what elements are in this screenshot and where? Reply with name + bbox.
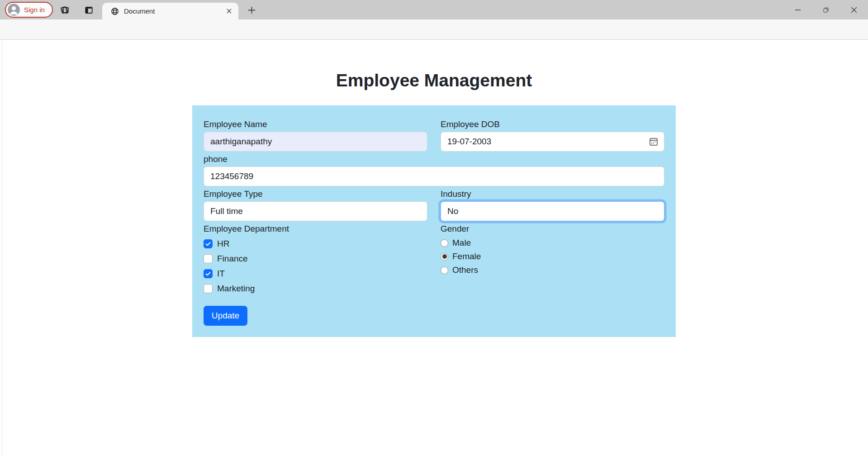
marketing-checkbox[interactable]	[204, 284, 213, 293]
female-radio[interactable]	[441, 253, 448, 261]
industry-field-group: Industry	[441, 189, 664, 221]
others-radio-label: Others	[452, 265, 478, 275]
signin-label: Sign in	[24, 6, 45, 14]
globe-favicon-icon	[111, 7, 119, 15]
gender-option-female: Female	[441, 250, 664, 263]
phone-label: phone	[204, 154, 664, 164]
minimize-icon[interactable]	[784, 0, 812, 19]
male-radio[interactable]	[441, 239, 448, 247]
signin-button[interactable]: Sign in	[5, 2, 53, 18]
tab-title: Document	[124, 7, 219, 15]
window-edge-line	[2, 40, 2, 456]
department-option-marketing: Marketing	[204, 281, 427, 296]
close-window-icon[interactable]	[840, 0, 868, 19]
male-radio-label: Male	[452, 238, 471, 248]
department-option-finance: Finance	[204, 251, 427, 266]
gender-option-male: Male	[441, 236, 664, 250]
department-option-hr: HR	[204, 236, 427, 251]
new-tab-button[interactable]	[246, 4, 257, 16]
employee-type-input[interactable]	[204, 201, 427, 221]
marketing-checkbox-label: Marketing	[217, 284, 255, 294]
gender-group: Gender Male Female Others	[441, 223, 664, 296]
tab-close-icon[interactable]	[224, 6, 234, 16]
dob-input[interactable]	[441, 132, 664, 152]
phone-field-group: phone	[204, 154, 664, 186]
workspaces-icon[interactable]	[59, 5, 70, 15]
dob-field-group: Employee DOB	[441, 119, 664, 152]
browser-titlebar: Sign in Document	[0, 0, 868, 19]
it-checkbox[interactable]	[204, 269, 213, 278]
update-button[interactable]: Update	[204, 306, 247, 326]
browser-tab[interactable]: Document	[102, 3, 238, 19]
restore-icon[interactable]	[812, 0, 840, 19]
name-input[interactable]	[204, 132, 427, 152]
department-group: Employee Department HR Finance	[204, 223, 427, 296]
finance-checkbox-label: Finance	[217, 254, 248, 264]
page-content: Employee Management Employee Name Employ…	[0, 40, 868, 456]
employee-type-label: Employee Type	[204, 189, 427, 199]
dob-label: Employee DOB	[441, 119, 664, 129]
employee-form-card: Employee Name Employee DOB	[192, 105, 676, 337]
name-field-group: Employee Name	[204, 119, 427, 152]
industry-label: Industry	[441, 189, 664, 199]
check-icon	[204, 240, 212, 247]
industry-input[interactable]	[441, 201, 664, 221]
check-icon	[204, 270, 212, 277]
name-label: Employee Name	[204, 119, 427, 129]
calendar-icon[interactable]	[649, 137, 659, 148]
type-field-group: Employee Type	[204, 189, 427, 221]
profile-avatar-icon	[8, 4, 20, 16]
female-radio-label: Female	[452, 252, 481, 261]
hr-checkbox[interactable]	[204, 239, 213, 248]
tab-actions-icon[interactable]	[83, 5, 94, 15]
it-checkbox-label: IT	[217, 269, 225, 279]
page-title: Employee Management	[0, 71, 868, 90]
gender-option-others: Others	[441, 263, 664, 277]
browser-navbar: 127.0.0.1:8000/employee/13/edit	[0, 19, 868, 40]
finance-checkbox[interactable]	[204, 254, 213, 263]
window-controls	[784, 0, 868, 19]
department-option-it: IT	[204, 266, 427, 281]
gender-label: Gender	[441, 223, 664, 234]
phone-input[interactable]	[204, 166, 664, 186]
others-radio[interactable]	[441, 266, 448, 274]
department-label: Employee Department	[204, 223, 427, 234]
hr-checkbox-label: HR	[217, 239, 229, 249]
